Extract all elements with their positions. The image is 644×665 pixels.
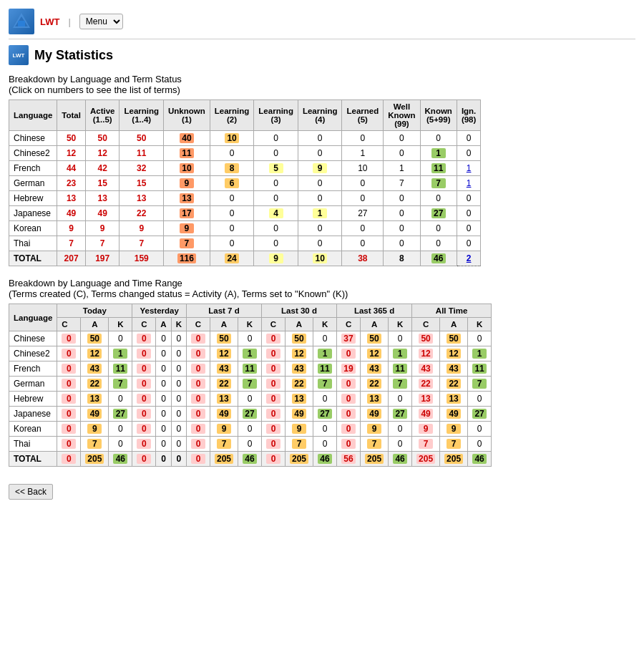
cell-last7-k[interactable]: 46 xyxy=(238,452,262,467)
cell-l1[interactable]: 9 xyxy=(164,176,210,191)
cell-l1[interactable]: 7 xyxy=(164,236,210,251)
cell-last30-a[interactable]: 205 xyxy=(286,452,313,467)
cell-l1[interactable]: 11 xyxy=(164,146,210,161)
cell-active[interactable]: 50 xyxy=(85,131,119,146)
cell-last7-a[interactable]: 50 xyxy=(210,331,238,346)
cell-alltime-c[interactable]: 9 xyxy=(412,422,440,437)
cell-today-a[interactable]: 9 xyxy=(81,422,109,437)
cell-last7-k[interactable]: 27 xyxy=(238,407,262,422)
cell-last365-a[interactable]: 12 xyxy=(361,346,389,361)
cell-total[interactable]: 12 xyxy=(57,146,86,161)
cell-today-k[interactable]: 7 xyxy=(109,377,132,392)
cell-last365-c[interactable]: 56 xyxy=(337,452,361,467)
cell-alltime-a[interactable]: 43 xyxy=(440,361,468,377)
cell-last365-k[interactable]: 27 xyxy=(389,407,412,422)
cell-last7-a[interactable]: 13 xyxy=(210,392,238,407)
cell-last30-a[interactable]: 13 xyxy=(286,392,313,407)
cell-active[interactable]: 9 xyxy=(85,221,119,236)
cell-alltime-a[interactable]: 12 xyxy=(440,346,468,361)
cell-last30-a[interactable]: 49 xyxy=(286,407,313,422)
cell-alltime-a[interactable]: 9 xyxy=(440,422,468,437)
cell-last365-a[interactable]: 43 xyxy=(361,361,389,377)
cell-l14[interactable]: 22 xyxy=(119,206,164,221)
cell-l14[interactable]: 11 xyxy=(119,146,164,161)
cell-alltime-c[interactable]: 50 xyxy=(412,331,440,346)
cell-last7-a[interactable]: 43 xyxy=(210,361,238,377)
cell-l3[interactable]: 5 xyxy=(254,161,298,176)
cell-last7-k[interactable]: 11 xyxy=(238,361,262,377)
cell-l14[interactable]: 15 xyxy=(119,176,164,191)
cell-alltime-a[interactable]: 13 xyxy=(440,392,468,407)
cell-last30-k[interactable]: 27 xyxy=(313,407,337,422)
cell-active[interactable]: 42 xyxy=(85,161,119,176)
cell-last30-a[interactable]: 9 xyxy=(286,422,313,437)
cell-last7-a[interactable]: 49 xyxy=(210,407,238,422)
cell-known[interactable]: 46 xyxy=(420,251,457,266)
cell-ign[interactable]: 1 xyxy=(457,161,480,176)
cell-last30-k[interactable]: 11 xyxy=(313,361,337,377)
cell-alltime-a[interactable]: 7 xyxy=(440,437,468,452)
cell-alltime-c[interactable]: 49 xyxy=(412,407,440,422)
cell-last7-a[interactable]: 22 xyxy=(210,377,238,392)
cell-last7-a[interactable]: 12 xyxy=(210,346,238,361)
cell-today-a[interactable]: 49 xyxy=(81,407,109,422)
cell-l14[interactable]: 50 xyxy=(119,131,164,146)
cell-last7-k[interactable]: 7 xyxy=(238,377,262,392)
cell-l1[interactable]: 17 xyxy=(164,206,210,221)
cell-last365-a[interactable]: 205 xyxy=(361,452,389,467)
cell-wk[interactable]: 7 xyxy=(384,176,420,191)
cell-known[interactable]: 11 xyxy=(420,161,457,176)
cell-today-a[interactable]: 22 xyxy=(81,377,109,392)
cell-total[interactable]: 13 xyxy=(57,191,86,206)
cell-last365-a[interactable]: 7 xyxy=(361,437,389,452)
cell-alltime-a[interactable]: 205 xyxy=(440,452,468,467)
cell-alltime-c[interactable]: 22 xyxy=(412,377,440,392)
cell-last7-k[interactable]: 1 xyxy=(238,346,262,361)
cell-alltime-k[interactable]: 7 xyxy=(468,377,492,392)
cell-active[interactable]: 12 xyxy=(85,146,119,161)
cell-l5[interactable]: 1 xyxy=(342,146,384,161)
cell-active[interactable]: 7 xyxy=(85,236,119,251)
cell-alltime-k[interactable]: 11 xyxy=(468,361,492,377)
cell-l1[interactable]: 10 xyxy=(164,161,210,176)
cell-l2[interactable]: 8 xyxy=(210,161,254,176)
cell-last30-k[interactable]: 1 xyxy=(313,346,337,361)
cell-alltime-c[interactable]: 43 xyxy=(412,361,440,377)
cell-alltime-a[interactable]: 49 xyxy=(440,407,468,422)
cell-alltime-k[interactable]: 27 xyxy=(468,407,492,422)
cell-known[interactable]: 27 xyxy=(420,206,457,221)
back-button[interactable]: << Back xyxy=(9,484,53,500)
cell-last365-c[interactable]: 19 xyxy=(337,361,361,377)
cell-ign[interactable]: 1 xyxy=(457,176,480,191)
cell-alltime-a[interactable]: 50 xyxy=(440,331,468,346)
cell-total[interactable]: 7 xyxy=(57,236,86,251)
cell-last365-a[interactable]: 9 xyxy=(361,422,389,437)
cell-last30-a[interactable]: 7 xyxy=(286,437,313,452)
cell-alltime-c[interactable]: 12 xyxy=(412,346,440,361)
cell-l3[interactable]: 9 xyxy=(254,251,298,266)
cell-last365-c[interactable]: 37 xyxy=(337,331,361,346)
cell-l14[interactable]: 159 xyxy=(119,251,164,266)
cell-l1[interactable]: 9 xyxy=(164,221,210,236)
cell-last365-k[interactable]: 46 xyxy=(389,452,412,467)
cell-l1[interactable]: 116 xyxy=(164,251,210,266)
cell-total[interactable]: 49 xyxy=(57,206,86,221)
cell-l4[interactable]: 10 xyxy=(298,251,342,266)
cell-l5[interactable]: 27 xyxy=(342,206,384,221)
cell-active[interactable]: 15 xyxy=(85,176,119,191)
cell-l1[interactable]: 13 xyxy=(164,191,210,206)
cell-last30-a[interactable]: 12 xyxy=(286,346,313,361)
cell-active[interactable]: 49 xyxy=(85,206,119,221)
cell-last7-a[interactable]: 7 xyxy=(210,437,238,452)
cell-last365-a[interactable]: 50 xyxy=(361,331,389,346)
cell-l14[interactable]: 7 xyxy=(119,236,164,251)
cell-l4[interactable]: 1 xyxy=(298,206,342,221)
cell-l3[interactable]: 4 xyxy=(254,206,298,221)
cell-known[interactable]: 1 xyxy=(420,146,457,161)
cell-wk[interactable]: 8 xyxy=(384,251,420,266)
cell-today-a[interactable]: 12 xyxy=(81,346,109,361)
cell-last365-k[interactable]: 1 xyxy=(389,346,412,361)
cell-total[interactable]: 207 xyxy=(57,251,86,266)
cell-last365-a[interactable]: 49 xyxy=(361,407,389,422)
cell-alltime-a[interactable]: 22 xyxy=(440,377,468,392)
